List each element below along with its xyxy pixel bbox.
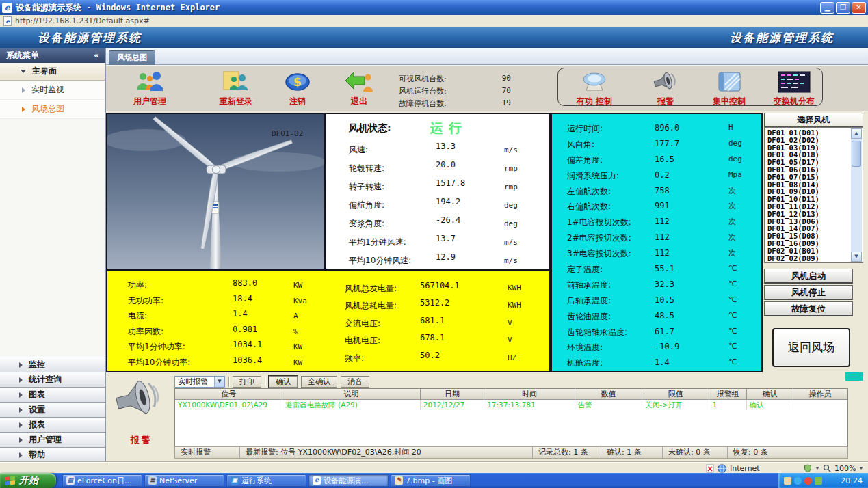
sidebar-item-label: 实时监视 [31,84,64,96]
active-power-control-button[interactable]: 有功 控制 [563,70,626,107]
tray-keyboard-icon[interactable] [784,477,791,485]
zoom-level[interactable]: 100% [834,464,856,473]
return-windfarm-button[interactable]: 返回风场 [772,328,850,367]
sidebar-accordion-item[interactable]: 设置 [0,402,105,417]
row-value: 13.3 [436,141,456,151]
task-eforcecon[interactable]: ▦ eForceCon日... [62,474,142,487]
turbine-control-button[interactable]: 风机启动 [764,269,853,284]
minimize-button[interactable]: ▁ [820,2,834,14]
row-value: 13.7 [436,234,456,243]
chevron-down-icon[interactable] [859,467,863,470]
row-value: 112 [655,217,670,226]
sidebar-group-main[interactable]: 主界面 [0,63,105,81]
select-turbine-header[interactable]: 选择风机 [764,113,863,127]
main-content: 风场总图 用户管理 [106,48,868,462]
tab-windfarm-overview[interactable]: 风场总图 [109,50,155,65]
row-unit: rmp [504,164,518,173]
row-unit: m/s [504,256,518,265]
chevron-down-icon[interactable]: ▼ [214,377,224,387]
column-header[interactable]: 限值 [642,389,709,400]
column-header[interactable]: 确认 [747,389,794,400]
column-header[interactable]: 日期 [421,389,484,400]
turbine-id-label: DF01-02 [272,129,303,138]
decor-block [845,372,863,381]
turbine-option[interactable]: DF02_02(D89) [767,255,850,262]
close-button[interactable]: ✕ [852,2,866,14]
switch-distribution-button[interactable]: 交换机分布 [761,70,827,107]
row-value: 991 [655,201,670,211]
task-runtime-system[interactable]: ▣ 运行系统 [226,474,306,487]
start-label: 开始 [19,474,38,487]
row-unit: A [293,312,298,321]
row-unit: 次 [728,217,736,227]
sidebar-item-realtime[interactable]: 实时监视 [0,81,105,100]
exit-button[interactable]: 退出 [326,70,392,107]
chevron-down-icon[interactable] [815,467,819,470]
column-header[interactable]: 报警组 [709,389,746,400]
ie-logo-icon: e [2,3,12,13]
column-header[interactable]: 操作员 [793,389,847,400]
turbine-option[interactable]: DF02_01(B01) [767,247,850,255]
row-label: 轮毂转速: [349,163,384,174]
tray-network-icon[interactable] [794,477,802,485]
turbine-control-button[interactable]: 风机停止 [764,285,853,300]
logout-button[interactable]: $ 注销 [265,70,330,107]
column-header[interactable]: 时间 [484,389,575,400]
row-label: 1#电容投切次数: [567,217,631,228]
tray-alert-icon[interactable] [804,477,812,485]
restore-button[interactable]: ❐ [836,2,850,14]
sidebar-accordion-item[interactable]: 用户管理 [0,432,105,447]
banner-title-left: 设备能源管理系统 [38,30,142,46]
row-value: 567104.1 [420,281,460,290]
app-window-icon: ▦ [66,476,75,485]
ie-logo-icon: e [313,476,321,485]
task-paint[interactable]: ✎ 7.bmp - 画图 [391,474,471,487]
column-header[interactable]: 位号 [175,389,282,400]
row-value: 1034.1 [233,340,262,349]
alarm-control-button[interactable]: 报警 [638,70,693,107]
turbine-control-button[interactable]: 故障复位 [764,301,853,316]
security-zone: Internet [706,463,760,473]
url-text[interactable]: http://192.168.1.231/Default.aspx# [15,16,150,25]
scroll-up-icon[interactable]: ▲ [851,128,862,139]
confirm-all-button[interactable]: 全确认 [301,376,337,388]
sidebar-accordion-item[interactable]: 帮助 [0,447,105,462]
column-header[interactable]: 说明 [282,389,421,400]
zoom-control[interactable]: 100% [804,463,863,473]
turbine-option[interactable]: DF01_02(D02) [767,137,850,144]
control-label: 集中控制 [698,96,760,107]
row-value: -26.4 [436,215,460,225]
scroll-thumb[interactable] [852,141,861,167]
users-icon [117,70,183,94]
sidebar-item-windfarm-overview[interactable]: 风场总图 [0,100,105,119]
task-energy-system-active[interactable]: e 设备能源演... [308,474,389,487]
chevron-down-icon [21,70,26,73]
confirm-button[interactable]: 确认 [269,376,298,388]
listbox-scrollbar[interactable]: ▲ ▼ [851,128,862,262]
turbine-option[interactable]: DF01_12(D13) [767,211,850,218]
turbine-listbox[interactable]: DF01_01(D01) DF01_02(D02) DF01_03(D19) D… [764,127,863,263]
sidebar-accordion-item[interactable]: 报表 [0,417,105,432]
scroll-down-icon[interactable]: ▼ [851,252,862,262]
chevron-right-icon [19,452,23,458]
row-unit: KWH [508,284,521,293]
row-value: 896.0 [655,123,679,133]
alarm-table-row[interactable]: YX1000KW\DF01_02\A29 避雷器电路故障 (A29) 2012/… [175,400,847,410]
sidebar-accordion-item[interactable]: 图表 [0,387,105,402]
sidebar-accordion-item[interactable]: 统计查询 [0,372,105,387]
row-value: 5312.2 [420,298,449,308]
print-button[interactable]: 打印 [233,376,261,388]
tray-update-icon[interactable] [815,477,822,485]
sidebar-accordion-item[interactable]: 监控 [0,357,105,372]
task-netserver[interactable]: ≣ NetServer [144,474,224,487]
relogin-button[interactable]: 重新登录 [203,70,269,107]
start-button[interactable]: 开始 [0,473,56,488]
mute-button[interactable]: 消音 [341,376,369,388]
collapse-icon[interactable]: « [94,51,99,60]
central-control-button[interactable]: 集中控制 [698,70,760,107]
alarm-filter-select[interactable]: 实时报警 ▼ [174,376,225,388]
clock[interactable]: 20:24 [841,476,863,485]
user-management-button[interactable]: 用户管理 [117,70,183,107]
turbine-option[interactable]: DF01_07(D15) [767,174,850,181]
column-header[interactable]: 数值 [575,389,642,400]
